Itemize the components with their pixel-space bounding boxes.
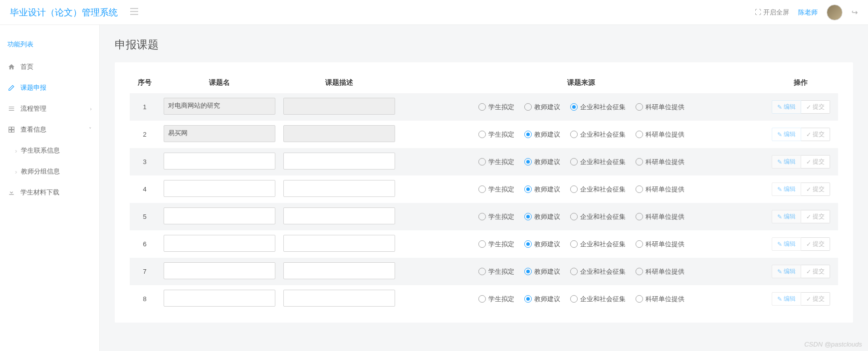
topic-desc-input[interactable] [283, 98, 395, 115]
radio-option-2[interactable]: 企业和社会征集 [570, 158, 626, 167]
topic-name-input[interactable]: 易买网 [164, 125, 275, 142]
radio-option-0[interactable]: 学生拟定 [478, 103, 514, 112]
check-icon: ✓ [806, 268, 811, 275]
radio-option-0[interactable]: 学生拟定 [478, 240, 514, 249]
fullscreen-button[interactable]: ⛶ 开启全屏 [755, 8, 789, 17]
radio-option-0[interactable]: 学生拟定 [478, 267, 514, 276]
check-icon: ✓ [806, 159, 811, 166]
radio-option-0[interactable]: 学生拟定 [478, 212, 514, 221]
radio-option-1[interactable]: 教师建议 [524, 158, 560, 167]
radio-option-1[interactable]: 教师建议 [524, 212, 560, 221]
topic-desc-input[interactable] [283, 153, 395, 170]
edit-button[interactable]: ✎编辑 [772, 128, 801, 141]
radio-option-0[interactable]: 学生拟定 [478, 185, 514, 194]
submit-button[interactable]: ✓提交 [801, 265, 830, 278]
edit-icon: ✎ [777, 104, 782, 111]
seq-cell: 1 [130, 93, 160, 121]
fullscreen-label: 开启全屏 [763, 8, 789, 17]
submit-button[interactable]: ✓提交 [801, 128, 830, 141]
submit-button[interactable]: ✓提交 [801, 155, 830, 169]
radio-option-3[interactable]: 科研单位提供 [636, 103, 684, 112]
radio-icon [478, 158, 486, 166]
radio-icon [478, 240, 486, 248]
action-buttons: ✎编辑 ✓提交 [772, 265, 830, 278]
submit-button[interactable]: ✓提交 [801, 237, 830, 251]
radio-option-2[interactable]: 企业和社会征集 [570, 185, 626, 194]
topic-name-input[interactable] [164, 290, 275, 307]
submit-label: 提交 [813, 267, 825, 276]
topic-desc-input[interactable] [283, 125, 395, 142]
submit-button[interactable]: ✓提交 [801, 210, 830, 223]
source-radio-group: 学生拟定教师建议企业和社会征集科研单位提供 [403, 103, 759, 112]
radio-option-3[interactable]: 科研单位提供 [636, 130, 684, 139]
radio-option-3[interactable]: 科研单位提供 [636, 185, 684, 194]
topic-name-input[interactable] [164, 235, 275, 252]
sidebar-item-1[interactable]: 课题申报 [0, 77, 99, 98]
submit-button[interactable]: ✓提交 [801, 182, 830, 196]
topic-desc-input[interactable] [283, 235, 395, 252]
submit-button[interactable]: ✓提交 [801, 292, 830, 306]
radio-label: 学生拟定 [488, 267, 514, 276]
radio-icon [570, 131, 578, 138]
radio-option-0[interactable]: 学生拟定 [478, 295, 514, 304]
topic-desc-input[interactable] [283, 207, 395, 224]
radio-option-3[interactable]: 科研单位提供 [636, 158, 684, 167]
table-row: 6 学生拟定教师建议企业和社会征集科研单位提供 ✎编辑 ✓提交 [130, 230, 838, 258]
radio-option-2[interactable]: 企业和社会征集 [570, 267, 626, 276]
radio-option-3[interactable]: 科研单位提供 [636, 295, 684, 304]
edit-button[interactable]: ✎编辑 [772, 155, 801, 169]
radio-option-1[interactable]: 教师建议 [524, 130, 560, 139]
radio-option-3[interactable]: 科研单位提供 [636, 212, 684, 221]
radio-label: 教师建议 [534, 267, 560, 276]
radio-option-0[interactable]: 学生拟定 [478, 130, 514, 139]
radio-option-3[interactable]: 科研单位提供 [636, 267, 684, 276]
topic-name-input[interactable] [164, 180, 275, 197]
logout-icon[interactable]: ↪ [852, 8, 858, 17]
radio-option-2[interactable]: 企业和社会征集 [570, 212, 626, 221]
submit-label: 提交 [813, 130, 825, 139]
edit-button[interactable]: ✎编辑 [772, 265, 801, 278]
radio-icon [636, 295, 643, 303]
topic-name-input[interactable] [164, 262, 275, 279]
topic-name-input[interactable]: 对电商网站的研究 [164, 98, 275, 115]
avatar[interactable] [827, 4, 843, 20]
action-buttons: ✎编辑 ✓提交 [772, 155, 830, 169]
edit-button[interactable]: ✎编辑 [772, 210, 801, 223]
edit-button[interactable]: ✎编辑 [772, 237, 801, 251]
radio-option-1[interactable]: 教师建议 [524, 295, 560, 304]
svg-rect-2 [9, 130, 11, 133]
radio-option-1[interactable]: 教师建议 [524, 185, 560, 194]
radio-option-1[interactable]: 教师建议 [524, 103, 560, 112]
edit-button[interactable]: ✎编辑 [772, 292, 801, 306]
radio-option-2[interactable]: 企业和社会征集 [570, 103, 626, 112]
sidebar-sub-item-1[interactable]: ›教师分组信息 [0, 161, 99, 182]
menu-toggle-icon[interactable] [130, 8, 138, 17]
radio-option-1[interactable]: 教师建议 [524, 267, 560, 276]
radio-option-2[interactable]: 企业和社会征集 [570, 130, 626, 139]
radio-option-2[interactable]: 企业和社会征集 [570, 240, 626, 249]
sidebar-sub-item-0[interactable]: ›学生联系信息 [0, 140, 99, 161]
topic-name-input[interactable] [164, 153, 275, 170]
chevron-right-icon: › [15, 168, 17, 176]
topic-name-input[interactable] [164, 207, 275, 224]
radio-label: 科研单位提供 [646, 130, 684, 139]
radio-option-1[interactable]: 教师建议 [524, 240, 560, 249]
radio-option-2[interactable]: 企业和社会征集 [570, 295, 626, 304]
radio-label: 教师建议 [534, 158, 560, 167]
topic-desc-input[interactable] [283, 262, 395, 279]
sidebar-item-3[interactable]: 查看信息˅ [0, 119, 99, 140]
sidebar-item-0[interactable]: 首页 [0, 56, 99, 77]
radio-option-3[interactable]: 科研单位提供 [636, 240, 684, 249]
topic-desc-input[interactable] [283, 290, 395, 307]
username-link[interactable]: 陈老师 [798, 8, 818, 17]
sidebar-item-2[interactable]: 流程管理› [0, 98, 99, 119]
radio-icon [524, 213, 532, 220]
app-brand[interactable]: 毕业设计（论文）管理系统 [10, 6, 118, 18]
topic-desc-input[interactable] [283, 180, 395, 197]
edit-button[interactable]: ✎编辑 [772, 182, 801, 196]
edit-button[interactable]: ✎编辑 [772, 100, 801, 114]
radio-option-0[interactable]: 学生拟定 [478, 158, 514, 167]
seq-cell: 2 [130, 121, 160, 148]
sidebar-item-download[interactable]: 学生材料下载 [0, 182, 99, 203]
submit-button[interactable]: ✓提交 [801, 100, 830, 114]
